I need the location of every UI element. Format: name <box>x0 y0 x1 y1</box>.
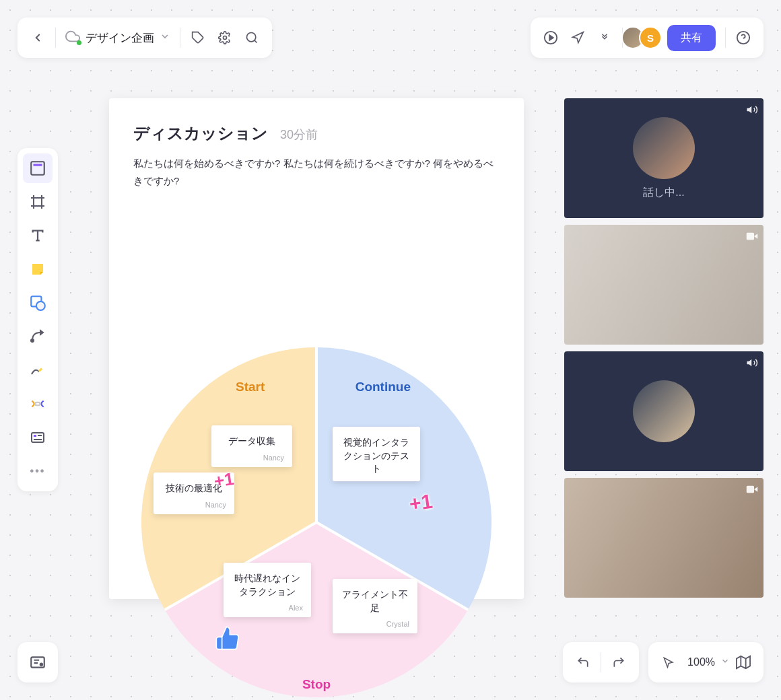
discussion-card[interactable]: ディスカッション 30分前 私たちは何を始めるべきですか? 私たちは何を続けるべ… <box>109 98 524 599</box>
svg-marker-33 <box>754 487 757 492</box>
svg-point-38 <box>40 664 42 666</box>
segment-continue-label: Continue <box>355 380 411 394</box>
talking-label: 話し中... <box>643 186 684 200</box>
card-timestamp: 30分前 <box>280 127 318 143</box>
pen-tool[interactable] <box>23 355 53 385</box>
audio-icon <box>746 104 758 118</box>
svg-rect-23 <box>34 435 36 437</box>
plus-one-sticker[interactable]: +1 <box>213 468 236 492</box>
svg-point-17 <box>36 302 45 310</box>
svg-marker-5 <box>549 35 553 40</box>
redo-button[interactable] <box>605 649 632 676</box>
svg-rect-21 <box>36 403 40 405</box>
sticky-note[interactable]: 時代遅れなインタラクション Alex <box>224 563 311 617</box>
sticky-note[interactable]: データ収集 Nancy <box>211 425 292 467</box>
sticky-note[interactable]: アライメント不足 Crystal <box>333 579 417 633</box>
svg-rect-31 <box>747 233 754 240</box>
svg-rect-9 <box>34 164 42 166</box>
audio-icon <box>746 357 758 372</box>
card-tool[interactable] <box>23 423 53 452</box>
svg-line-3 <box>254 40 257 43</box>
sticky-note[interactable]: 視覚的インタラクションのテスト <box>333 427 420 481</box>
video-tile[interactable] <box>564 478 763 598</box>
help-button[interactable] <box>730 24 757 51</box>
participant-avatar <box>633 117 695 179</box>
svg-rect-34 <box>747 486 754 493</box>
frame-tool[interactable] <box>23 187 53 217</box>
svg-point-18 <box>31 339 34 342</box>
zoom-level[interactable]: 100% <box>682 656 720 668</box>
mindmap-tool[interactable] <box>23 389 53 419</box>
svg-marker-32 <box>747 359 752 367</box>
note-text: データ収集 <box>219 435 284 448</box>
view-controls: 100% <box>648 642 763 682</box>
retro-wheel: Start Continue Stop データ収集 Nancy 技術の最適化 N… <box>141 347 491 697</box>
svg-marker-29 <box>747 106 752 114</box>
divider <box>601 652 601 672</box>
svg-point-1 <box>224 36 227 40</box>
note-author: Alex <box>232 604 303 612</box>
breadcrumb[interactable]: デザイン企画 <box>60 29 176 46</box>
cursor-icon[interactable] <box>655 649 682 676</box>
divider <box>725 28 726 48</box>
avatar-user2[interactable]: S <box>639 26 662 49</box>
bottom-right-controls: 100% <box>563 642 763 682</box>
side-tool-rail: ••• <box>18 148 58 491</box>
svg-rect-8 <box>31 162 44 175</box>
search-button[interactable] <box>238 24 265 51</box>
video-tile[interactable]: 話し中... <box>564 98 763 218</box>
settings-button[interactable] <box>211 24 238 51</box>
video-tile[interactable] <box>564 351 763 471</box>
thumbs-up-sticker[interactable] <box>214 625 241 654</box>
camera-icon <box>746 483 758 498</box>
note-author: Nancy <box>219 454 284 462</box>
undo-redo-group <box>563 642 639 682</box>
board-title: デザイン企画 <box>86 30 154 46</box>
minimap-button[interactable] <box>730 649 757 676</box>
connector-tool[interactable] <box>23 322 53 351</box>
top-right-toolbar: S 共有 <box>531 18 763 58</box>
note-text: 時代遅れなインタラクション <box>232 572 303 598</box>
share-button[interactable]: 共有 <box>667 25 716 51</box>
sticky-note-tool[interactable] <box>23 254 53 284</box>
chevron-down-icon[interactable] <box>720 656 730 668</box>
template-tool[interactable] <box>23 153 53 183</box>
plus-one-sticker[interactable]: +1 <box>408 490 434 516</box>
wheel-segments-icon <box>141 347 491 697</box>
svg-marker-19 <box>40 330 43 335</box>
card-title: ディスカッション <box>133 123 268 144</box>
online-dot-icon <box>77 40 81 45</box>
card-description: 私たちは何を始めるべきですか? 私たちは何を続けるべきですか? 何をやめるべきで… <box>133 155 500 189</box>
present-button[interactable] <box>537 24 564 51</box>
camera-icon <box>746 230 758 245</box>
collaborator-avatars[interactable]: S <box>627 26 662 49</box>
video-tile[interactable] <box>564 225 763 345</box>
note-text: 視覚的インタラクションのテスト <box>341 436 412 476</box>
svg-rect-22 <box>32 433 44 442</box>
shape-tool[interactable] <box>23 288 53 318</box>
note-author: Crystal <box>341 620 409 628</box>
notes-panel-button[interactable] <box>18 642 58 682</box>
undo-button[interactable] <box>570 649 597 676</box>
back-button[interactable] <box>24 24 51 51</box>
segment-stop-label: Stop <box>302 677 331 692</box>
note-author: Nancy <box>162 501 226 509</box>
note-text: アライメント不足 <box>341 588 409 615</box>
text-tool[interactable] <box>23 221 53 250</box>
divider <box>55 28 56 48</box>
svg-point-2 <box>247 33 256 42</box>
cloud-status-icon <box>65 29 80 46</box>
tag-button[interactable] <box>184 24 211 51</box>
participant-avatar <box>633 380 695 442</box>
top-left-toolbar: デザイン企画 <box>18 18 272 58</box>
divider <box>180 28 180 48</box>
video-panel: 話し中... <box>564 98 763 598</box>
svg-marker-39 <box>737 656 750 668</box>
cursor-follow-button[interactable] <box>564 24 591 51</box>
chevron-down-icon <box>160 31 170 44</box>
segment-start-label: Start <box>236 380 265 394</box>
more-tools-button[interactable]: ••• <box>23 456 53 486</box>
svg-marker-30 <box>754 234 757 239</box>
more-button[interactable] <box>591 24 618 51</box>
